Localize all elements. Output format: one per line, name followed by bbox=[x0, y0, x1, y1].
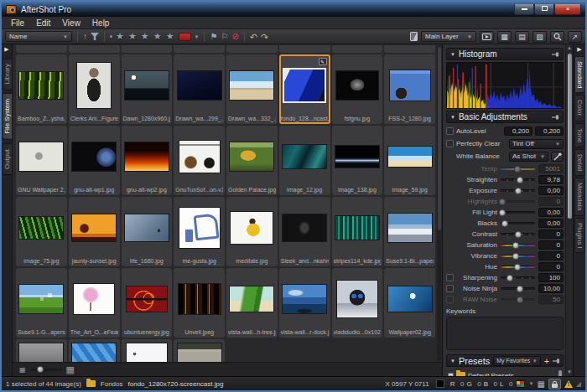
slider-thumb[interactable] bbox=[512, 242, 519, 249]
white-balance-dropper-button[interactable] bbox=[551, 152, 564, 162]
pin-icon[interactable] bbox=[552, 51, 559, 58]
layer-copy-icon[interactable] bbox=[410, 32, 418, 41]
thumbnail-cell-partial[interactable] bbox=[122, 45, 173, 53]
presets-header[interactable]: ▼ Presets My Favorites ▼ + bbox=[446, 354, 564, 367]
slider-thumb[interactable] bbox=[501, 220, 508, 227]
thumbnail-cell-partial[interactable] bbox=[384, 45, 435, 53]
slider-thumb[interactable] bbox=[514, 166, 521, 173]
perfectly-clear-checkbox[interactable] bbox=[446, 140, 454, 147]
thumbnail-cell[interactable]: image_12.jpg bbox=[279, 126, 330, 195]
thumbnail-cell[interactable]: Sleek_and...nkahn.jpg bbox=[279, 197, 330, 266]
thumbnail-cell[interactable]: The_Art_O...eFear.jpg bbox=[69, 268, 120, 338]
filter-icon[interactable] bbox=[91, 33, 99, 40]
thumbnail-size-thumb[interactable] bbox=[37, 366, 44, 373]
slider-track[interactable] bbox=[501, 276, 535, 279]
thumbnail-cell-partial[interactable] bbox=[332, 45, 383, 53]
thumbnail-cell[interactable]: fsfgnu.jpg bbox=[332, 54, 383, 124]
rotate-left-icon[interactable]: ↶ bbox=[250, 32, 257, 42]
presets-filter-select[interactable]: My Favorites ▼ bbox=[493, 356, 541, 366]
pin-icon[interactable] bbox=[552, 114, 559, 121]
sidebar-tab-library[interactable]: Library bbox=[2, 58, 13, 90]
thumbnail-cell[interactable]: vista-wall...h-tree.jpg bbox=[226, 268, 278, 338]
slider-value[interactable]: 0 bbox=[538, 251, 564, 260]
thumbnail-cell-partial[interactable] bbox=[279, 45, 330, 53]
slider-track[interactable] bbox=[501, 189, 535, 192]
thumbnail-cell[interactable]: gnu-alt-wp1.jpg bbox=[69, 126, 120, 195]
thumbnail-cell-partial[interactable] bbox=[69, 45, 120, 53]
slider-value[interactable]: 0,00 bbox=[538, 208, 564, 217]
thumbnail-size-slider[interactable] bbox=[30, 369, 62, 371]
split-view-button[interactable]: ▤ bbox=[515, 31, 529, 43]
slider-track[interactable] bbox=[501, 168, 535, 170]
slider-checkbox[interactable] bbox=[446, 296, 454, 303]
grid-scrollbar[interactable] bbox=[437, 45, 441, 361]
slider-track[interactable] bbox=[501, 222, 535, 224]
color-label-swatch[interactable] bbox=[179, 33, 191, 41]
thumbnail-cell[interactable]: stripes114_kde.jpg bbox=[332, 197, 383, 266]
slider-track[interactable] bbox=[501, 266, 535, 268]
thumbnail-cell[interactable]: FSS-2_1280.jpg bbox=[384, 54, 435, 124]
thumbnail-cell[interactable]: life_1680.jpg bbox=[122, 197, 173, 266]
slider-value[interactable]: 0 bbox=[538, 240, 564, 250]
main-layer-select[interactable]: Main Layer ▼ bbox=[421, 31, 476, 42]
thumbnail-cell[interactable]: image_59.jpg bbox=[384, 126, 435, 195]
collapse-right-panel-icon[interactable]: ▶ bbox=[577, 46, 581, 53]
panel-tab-standard[interactable]: Standard bbox=[574, 56, 585, 93]
scroll-up-icon[interactable]: ▲ bbox=[567, 44, 572, 52]
thumbnail-cell[interactable]: me-gusta.jpg bbox=[174, 197, 225, 266]
panel-scrollbar[interactable]: ▲ ▼ bbox=[565, 44, 573, 376]
menu-edit[interactable]: Edit bbox=[30, 18, 56, 28]
thumbnail-cell[interactable]: image_138.jpg bbox=[332, 126, 383, 195]
menu-view[interactable]: View bbox=[56, 18, 86, 28]
thumbnail-cell[interactable] bbox=[122, 339, 173, 362]
add-preset-button[interactable]: + bbox=[544, 357, 549, 365]
thumbnail-cell[interactable]: vista-wall...r-dock.jpg bbox=[279, 268, 330, 338]
thumbnail-cell[interactable]: Suse9.1-G...apers.jpg bbox=[16, 268, 67, 338]
thumbnail-cell[interactable]: image_75.jpg bbox=[16, 197, 67, 266]
preview-view-button[interactable]: ▧ bbox=[532, 31, 547, 43]
slider-value[interactable]: 0,00 bbox=[538, 219, 564, 228]
slider-track[interactable] bbox=[501, 233, 535, 235]
fullscreen-button[interactable]: ↗ bbox=[568, 31, 582, 43]
thumbnail-cell[interactable]: Wallpaper02.jpg bbox=[384, 268, 435, 338]
tint-select[interactable]: Tint Off ▼ bbox=[509, 139, 564, 149]
panel-tab-detail[interactable]: Detail bbox=[574, 149, 585, 176]
basic-adjustments-header[interactable]: ▼ Basic Adjustments bbox=[446, 111, 564, 123]
slider-thumb[interactable] bbox=[512, 253, 519, 260]
slider-track[interactable] bbox=[501, 200, 535, 203]
slider-value[interactable]: 5001 bbox=[538, 164, 564, 173]
thumbnail-cell[interactable]: Clerks Ani...Figure.jpg bbox=[69, 54, 120, 124]
slider-checkbox[interactable] bbox=[446, 274, 454, 281]
slider-thumb[interactable] bbox=[515, 188, 522, 194]
thumbnail-cell[interactable]: Golden Palace.jpg bbox=[226, 126, 278, 195]
thumbnail-cell[interactable] bbox=[16, 339, 67, 362]
lock-button[interactable] bbox=[548, 379, 561, 389]
slider-value[interactable]: 0,00 bbox=[538, 186, 564, 195]
rotate-right-icon[interactable]: ↷ bbox=[261, 32, 268, 42]
thumbnail-cell-partial[interactable] bbox=[174, 45, 225, 53]
autolevel-checkbox[interactable] bbox=[446, 127, 454, 135]
collapse-left-panel-icon[interactable]: ▶ bbox=[4, 46, 8, 53]
slider-value[interactable]: 0 bbox=[538, 262, 564, 271]
thumbnail-cell[interactable]: Unveil.jpeg bbox=[174, 268, 225, 338]
panel-tab-metadata[interactable]: Metadata bbox=[574, 178, 585, 215]
scroll-down-icon[interactable]: ▼ bbox=[567, 369, 572, 376]
slider-thumb[interactable] bbox=[517, 286, 523, 292]
thumbnail-cell-partial[interactable] bbox=[16, 45, 67, 53]
large-thumbnails-icon[interactable]: ▦ bbox=[66, 364, 75, 375]
thumbnail-cell[interactable]: meditate.jpg bbox=[226, 197, 278, 266]
thumbnail-cell[interactable]: Bamboo_Z...ysha.jpg bbox=[16, 54, 67, 124]
presets-scrollbar[interactable] bbox=[558, 370, 562, 376]
slider-thumb[interactable] bbox=[517, 177, 523, 183]
thumbnail-cell[interactable]: ubuntuenergy.jpg bbox=[122, 268, 173, 338]
zero-stars-icon[interactable] bbox=[110, 35, 112, 38]
slider-thumb[interactable] bbox=[515, 231, 522, 238]
sort-select[interactable]: Name ▼ bbox=[5, 31, 72, 42]
color-label-caret-icon[interactable]: ▼ bbox=[195, 34, 200, 39]
thumbnail-cell[interactable]: gnu-alt-wp2.jpg bbox=[122, 126, 173, 195]
histogram-header[interactable]: ▼ Histogram bbox=[446, 48, 564, 60]
slider-value[interactable]: 0 bbox=[538, 197, 564, 206]
sidebar-tab-output[interactable]: Output bbox=[2, 143, 13, 175]
sort-direction-icon[interactable]: ↑ bbox=[83, 31, 87, 43]
thumbnail-cell[interactable]: Suse9.1-Bl...papers.jpg bbox=[384, 197, 435, 266]
